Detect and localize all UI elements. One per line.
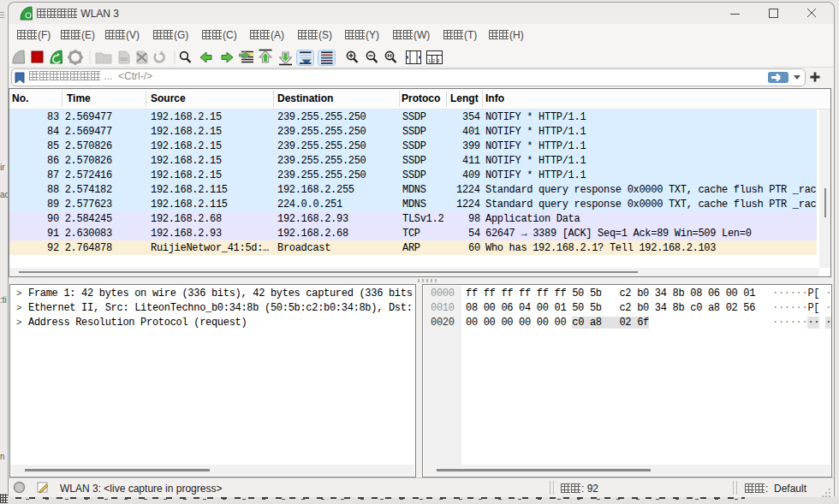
svg-text:010: 010 bbox=[121, 56, 128, 62]
svg-text:1 2 3: 1 2 3 bbox=[428, 58, 440, 63]
